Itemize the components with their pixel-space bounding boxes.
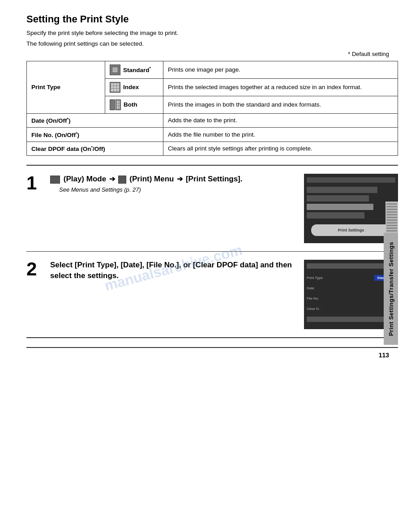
both-label: Both — [110, 99, 158, 110]
step-2-content: Select [Print Type], [Date], [File No.],… — [50, 260, 296, 283]
ss2-label-3: File No. — [307, 296, 336, 300]
table-row: Clear DPOF data (On*/Off) Clears all pri… — [27, 142, 398, 156]
index-desc: Prints the selected images together at a… — [163, 78, 398, 96]
ss1-item-1 — [307, 187, 377, 193]
standard-text: Standard* — [123, 66, 151, 73]
ss2-row-3: File No. Off — [307, 294, 395, 302]
sidebar-tab-text: Print Settings/Transfer Settings — [388, 242, 394, 336]
index-icon-cell: Index — [105, 78, 163, 96]
cleardpof-desc: Clears all print style settings after pr… — [163, 142, 398, 156]
default-note: * Default setting — [26, 51, 398, 57]
print-icon-small — [118, 176, 126, 184]
page-title: Setting the Print Style — [26, 13, 398, 25]
play-mode-icon — [50, 176, 60, 184]
both-icon — [110, 99, 121, 110]
date-desc: Adds the date to the print. — [163, 113, 398, 128]
ss1-item-3 — [307, 204, 373, 210]
sidebar-tab: Print Settings/Transfer Settings — [384, 233, 398, 345]
index-label: Index — [110, 82, 158, 93]
table-row: File No. (On/Off*) Adds the file number … — [27, 128, 398, 142]
step-1-title: (Play) Mode ➔ (Print) Menu ➔ [Print Sett… — [50, 174, 296, 184]
table-row: Print Type Standard* Prints one image pe… — [27, 61, 398, 78]
step-1-note: See Menus and Settings (p. 27) — [59, 186, 296, 193]
standard-label: Standard* — [110, 64, 158, 75]
ss2-row-1: Print Type Standard — [307, 274, 395, 282]
page-subtitle-1: Specify the print style before selecting… — [26, 29, 398, 38]
both-desc: Prints the images in both the standard a… — [163, 96, 398, 113]
step-2-number: 2 — [26, 260, 42, 279]
ss1-item-2 — [307, 195, 369, 202]
step-2-section: 2 Select [Print Type], [Date], [File No.… — [26, 252, 398, 338]
arrow-2: ➔ — [177, 175, 183, 183]
standard-icon — [110, 64, 120, 75]
ss2-label-1: Print Type — [307, 276, 336, 280]
date-label: Date (On/Off*) — [27, 113, 163, 128]
step-2-title: Select [Print Type], [Date], [File No.],… — [50, 260, 296, 281]
ss2-row-2: Date Off — [307, 284, 395, 292]
both-icon-cell: Both — [105, 96, 163, 113]
cleardpof-label: Clear DPOF data (On*/Off) — [27, 142, 163, 156]
page-container: Setting the Print Style Specify the prin… — [13, 0, 398, 372]
ss2-row-4: Clear D.. On — [307, 305, 395, 313]
settings-table: Print Type Standard* Prints one image pe… — [26, 61, 398, 156]
index-icon — [110, 82, 120, 93]
page-number: 113 — [26, 347, 398, 359]
ss1-title — [307, 177, 395, 183]
table-row: Date (On/Off*) Adds the date to the prin… — [27, 113, 398, 128]
print-type-label: Print Type — [27, 61, 105, 113]
svg-rect-1 — [113, 68, 117, 72]
index-text: Index — [123, 84, 139, 90]
fileno-desc: Adds the file number to the print. — [163, 128, 398, 142]
step-1-number: 1 — [26, 174, 42, 193]
page-subtitle-2: The following print settings can be sele… — [26, 39, 398, 48]
both-text: Both — [124, 101, 137, 108]
fileno-label: File No. (On/Off*) — [27, 128, 163, 142]
step-1-section: 1 (Play) Mode ➔ (Print) Menu ➔ [Print Se… — [26, 165, 398, 252]
standard-desc: Prints one image per page. — [163, 61, 398, 78]
ss1-item-4 — [307, 212, 364, 219]
ss2-label-2: Date — [307, 286, 336, 290]
ss1-highlight-text: Print Settings — [338, 228, 364, 232]
arrow-1: ➔ — [109, 175, 115, 183]
ss2-title — [307, 263, 395, 269]
step-1-content: (Play) Mode ➔ (Print) Menu ➔ [Print Sett… — [50, 174, 296, 193]
ss1-highlight: Print Settings — [311, 224, 391, 236]
ss2-bottom-bar: MENU — [307, 317, 395, 322]
standard-icon-cell: Standard* — [105, 61, 163, 78]
ss2-label-4: Clear D.. — [307, 307, 336, 311]
